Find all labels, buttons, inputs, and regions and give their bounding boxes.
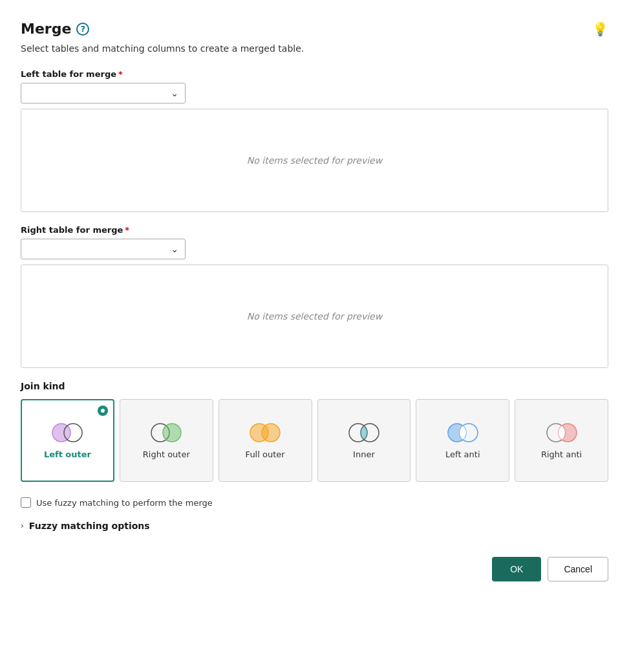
fuzzy-options-expander[interactable]: › Fuzzy matching options xyxy=(21,521,608,531)
bulb-icon[interactable]: 💡 xyxy=(592,21,608,37)
selected-indicator xyxy=(98,406,108,416)
right-outer-venn xyxy=(149,421,184,444)
chevron-right-icon: › xyxy=(21,521,24,530)
join-card-right-outer[interactable]: Right outer xyxy=(120,399,213,482)
svg-point-5 xyxy=(262,424,280,442)
right-preview-text: No items selected for preview xyxy=(247,311,382,321)
footer-buttons: OK Cancel xyxy=(21,557,608,581)
join-card-label-left-anti: Left anti xyxy=(445,450,480,461)
join-card-label-inner: Inner xyxy=(353,450,375,461)
left-table-preview: No items selected for preview xyxy=(21,109,608,212)
left-preview-text: No items selected for preview xyxy=(247,155,382,166)
join-card-left-anti[interactable]: Left anti xyxy=(416,399,509,482)
chevron-down-icon-2: ⌄ xyxy=(171,244,178,254)
svg-point-3 xyxy=(163,424,181,442)
join-card-label-right-anti: Right anti xyxy=(541,450,582,461)
join-kind-options: Left outer Right outer Full outer Inner xyxy=(21,399,608,482)
chevron-down-icon: ⌄ xyxy=(171,88,178,98)
fuzzy-checkbox[interactable] xyxy=(21,497,31,508)
left-anti-venn xyxy=(445,421,480,444)
join-card-right-anti[interactable]: Right anti xyxy=(515,399,608,482)
join-card-label-right-outer: Right outer xyxy=(143,450,190,461)
dialog-header: Merge ? 💡 xyxy=(21,21,608,37)
left-outer-venn xyxy=(50,421,85,444)
fuzzy-checkbox-label[interactable]: Use fuzzy matching to perform the merge xyxy=(36,498,213,508)
join-card-label-left-outer: Left outer xyxy=(44,450,91,461)
join-card-left-outer[interactable]: Left outer xyxy=(21,399,114,482)
help-icon[interactable]: ? xyxy=(76,23,89,36)
right-anti-venn xyxy=(544,421,579,444)
svg-point-0 xyxy=(52,424,70,442)
fuzzy-options-label: Fuzzy matching options xyxy=(29,521,150,531)
left-table-label: Left table for merge* xyxy=(21,69,608,79)
left-table-dropdown[interactable]: ⌄ xyxy=(21,83,186,103)
fuzzy-checkbox-row: Use fuzzy matching to perform the merge xyxy=(21,497,608,508)
cancel-button[interactable]: Cancel xyxy=(548,557,608,581)
ok-button[interactable]: OK xyxy=(492,557,541,581)
right-table-label: Right table for merge* xyxy=(21,225,608,235)
full-outer-venn xyxy=(248,421,283,444)
right-table-preview: No items selected for preview xyxy=(21,265,608,368)
join-card-label-full-outer: Full outer xyxy=(246,450,285,461)
join-kind-label: Join kind xyxy=(21,381,608,391)
page-title: Merge xyxy=(21,21,71,37)
join-card-inner[interactable]: Inner xyxy=(317,399,411,482)
join-card-full-outer[interactable]: Full outer xyxy=(219,399,312,482)
subtitle-text: Select tables and matching columns to cr… xyxy=(21,43,608,54)
right-table-dropdown[interactable]: ⌄ xyxy=(21,239,186,259)
inner-venn xyxy=(346,421,381,444)
